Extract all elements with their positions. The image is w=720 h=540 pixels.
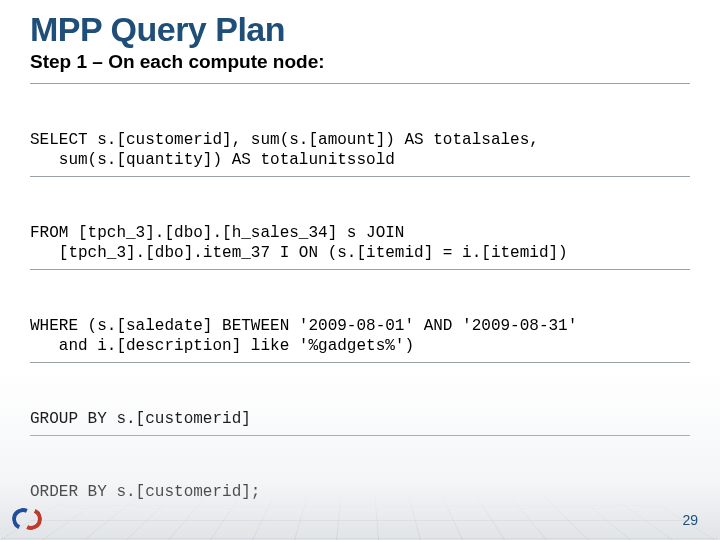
logo-icon	[12, 508, 42, 530]
page-title: MPP Query Plan	[0, 0, 720, 49]
sql-where: WHERE (s.[saledate] BETWEEN '2009-08-01'…	[30, 310, 690, 363]
sql-order-by: ORDER BY s.[customerid];	[30, 476, 690, 508]
slide: MPP Query Plan Step 1 – On each compute …	[0, 0, 720, 540]
sql-block: SELECT s.[customerid], sum(s.[amount]) A…	[30, 84, 690, 540]
sql-group-by: GROUP BY s.[customerid]	[30, 403, 690, 436]
step-subtitle: Step 1 – On each compute node:	[30, 51, 720, 79]
sql-from: FROM [tpch_3].[dbo].[h_sales_34] s JOIN …	[30, 217, 690, 270]
sql-select: SELECT s.[customerid], sum(s.[amount]) A…	[30, 124, 690, 177]
page-number: 29	[682, 512, 698, 528]
